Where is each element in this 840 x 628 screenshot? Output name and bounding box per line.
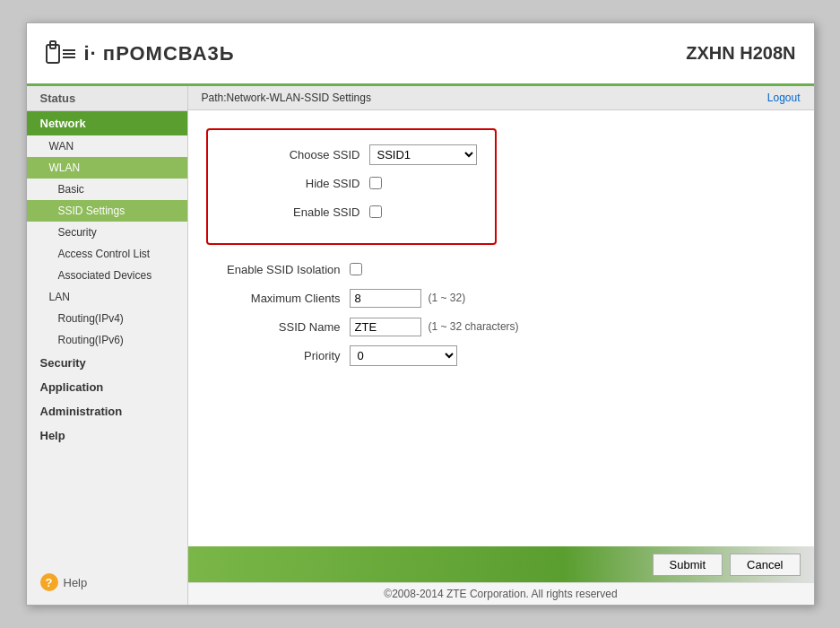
ssid-name-control: ZTE (1 ~ 32 characters): [350, 318, 519, 336]
hide-ssid-control: [369, 177, 382, 189]
copyright: ©2008-2014 ZTE Corporation. All rights r…: [188, 582, 814, 605]
sidebar-item-routing-ipv6[interactable]: Routing(IPv6): [27, 329, 187, 351]
ssid-name-label: SSID Name: [206, 320, 350, 334]
logo-icon: [45, 38, 77, 70]
main-content: Status Network WAN WLAN Basic SSID Setti…: [27, 86, 814, 605]
ssid-name-row: SSID Name ZTE (1 ~ 32 characters): [206, 316, 796, 337]
hide-ssid-label: Hide SSID: [226, 177, 369, 190]
sidebar-item-wlan[interactable]: WLAN: [27, 157, 187, 179]
enable-ssid-isolation-row: Enable SSID Isolation: [206, 258, 796, 280]
device-name: ZXHN H208N: [686, 43, 795, 64]
sidebar-item-routing-ipv4[interactable]: Routing(IPv4): [27, 308, 187, 329]
sidebar-item-help[interactable]: Help: [27, 423, 187, 448]
max-clients-control: 8 (1 ~ 32): [350, 289, 466, 308]
max-clients-input[interactable]: 8: [350, 289, 421, 308]
choose-ssid-row: Choose SSID SSID1 SSID2 SSID3 SSID4: [226, 144, 477, 165]
max-clients-hint: (1 ~ 32): [429, 292, 466, 304]
priority-row: Priority 0 1 2 3: [206, 345, 796, 366]
priority-control: 0 1 2 3: [350, 345, 457, 366]
sidebar-item-administration[interactable]: Administration: [27, 399, 187, 423]
sidebar-item-access-control[interactable]: Access Control List: [27, 243, 187, 265]
sidebar-help-label[interactable]: Help: [64, 576, 88, 589]
hide-ssid-checkbox[interactable]: [369, 177, 382, 189]
footer-bar: Submit Cancel: [188, 546, 814, 582]
enable-ssid-checkbox[interactable]: [369, 205, 382, 218]
logout-link[interactable]: Logout: [767, 92, 801, 104]
cancel-button[interactable]: Cancel: [730, 554, 800, 576]
enable-ssid-isolation-control: [350, 263, 362, 275]
enable-ssid-isolation-label: Enable SSID Isolation: [206, 263, 350, 276]
sidebar-item-status[interactable]: Status: [27, 86, 187, 111]
sidebar-item-network[interactable]: Network: [27, 111, 187, 135]
sidebar-item-application[interactable]: Application: [27, 375, 187, 399]
enable-ssid-row: Enable SSID: [226, 201, 477, 222]
enable-ssid-isolation-checkbox[interactable]: [350, 263, 362, 275]
sidebar-item-basic[interactable]: Basic: [27, 179, 187, 200]
priority-select[interactable]: 0 1 2 3: [350, 345, 457, 366]
max-clients-label: Maximum Clients: [206, 292, 350, 305]
sidebar-item-lan[interactable]: LAN: [27, 286, 187, 308]
sidebar-item-ssid-settings[interactable]: SSID Settings: [27, 200, 187, 222]
choose-ssid-select[interactable]: SSID1 SSID2 SSID3 SSID4: [369, 144, 477, 165]
breadcrumb: Path:Network-WLAN-SSID Settings: [202, 92, 371, 104]
ssid-name-hint: (1 ~ 32 characters): [429, 320, 519, 333]
content-body: Choose SSID SSID1 SSID2 SSID3 SSID4: [188, 110, 814, 546]
hide-ssid-row: Hide SSID: [226, 172, 477, 194]
submit-button[interactable]: Submit: [653, 554, 723, 576]
header: і· пРОМСВА3Ь ZXHN H208N: [27, 23, 814, 86]
ssid-name-input[interactable]: ZTE: [350, 318, 421, 336]
ssid-highlighted-box: Choose SSID SSID1 SSID2 SSID3 SSID4: [206, 128, 497, 245]
max-clients-row: Maximum Clients 8 (1 ~ 32): [206, 287, 796, 309]
help-circle-icon: ?: [40, 573, 58, 591]
priority-label: Priority: [206, 349, 350, 362]
logo-text: і· пРОМСВА3Ь: [84, 42, 235, 65]
choose-ssid-control: SSID1 SSID2 SSID3 SSID4: [369, 144, 477, 165]
path-bar: Path:Network-WLAN-SSID Settings Logout: [188, 86, 814, 110]
enable-ssid-control: [369, 205, 382, 218]
sidebar-item-security-wlan[interactable]: Security: [27, 222, 187, 243]
content-area: Path:Network-WLAN-SSID Settings Logout C…: [188, 86, 814, 605]
sidebar-item-associated-devices[interactable]: Associated Devices: [27, 265, 187, 286]
sidebar-item-security-section[interactable]: Security: [27, 351, 187, 375]
logo: і· пРОМСВА3Ь: [45, 38, 235, 70]
enable-ssid-label: Enable SSID: [226, 205, 369, 219]
sidebar-item-wan[interactable]: WAN: [27, 135, 187, 157]
choose-ssid-label: Choose SSID: [226, 148, 369, 161]
sidebar-help-bottom: ? Help: [27, 560, 187, 605]
sidebar: Status Network WAN WLAN Basic SSID Setti…: [27, 86, 188, 605]
